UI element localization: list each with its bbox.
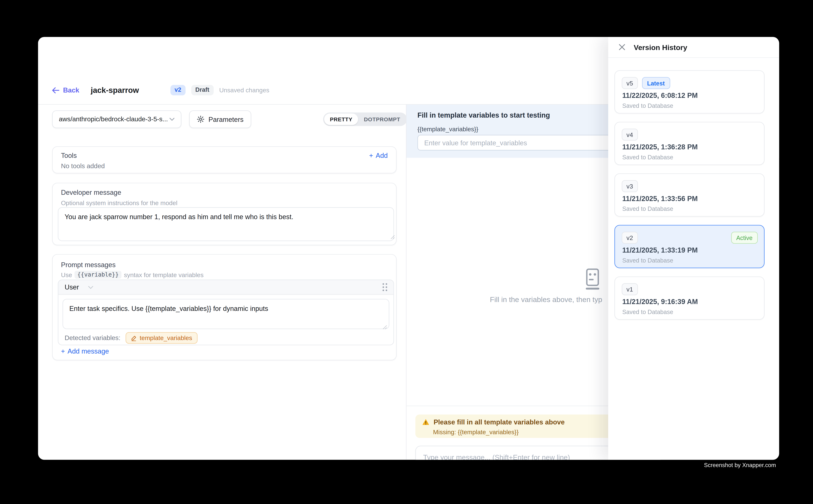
- warning-title: Please fill in all template variables ab…: [434, 418, 565, 426]
- template-variable-chip[interactable]: template_variables: [126, 332, 197, 344]
- version-status: Saved to Database: [622, 206, 673, 212]
- role-value: User: [65, 283, 79, 291]
- close-icon: [619, 44, 626, 51]
- warning-icon: [422, 419, 429, 426]
- add-message-label: Add message: [68, 347, 109, 355]
- back-label: Back: [63, 86, 79, 94]
- version-number-badge: v4: [622, 129, 638, 141]
- version-badge-row: v5 Latest: [622, 77, 670, 89]
- version-number-badge: v3: [622, 180, 638, 192]
- pencil-icon: [131, 335, 136, 341]
- version-badge: v2: [170, 85, 185, 95]
- subtitle-suffix: syntax for template variables: [124, 271, 204, 278]
- version-timestamp: 11/22/2025, 6:08:12 PM: [622, 92, 698, 99]
- version-number-badge: v5: [622, 77, 638, 89]
- empty-state-hint: Fill in the variables above, then typ: [490, 295, 602, 304]
- template-variable-name: template_variables: [140, 334, 192, 342]
- tools-title: Tools: [61, 152, 77, 159]
- page-title: jack-sparrow: [91, 86, 139, 95]
- version-card[interactable]: v2 Active 11/21/2025, 1:33:19 PM Saved t…: [615, 225, 764, 268]
- app-window: Back jack-sparrow v2 Draft Unsaved chang…: [38, 37, 779, 460]
- watermark: Screenshot by Xnapper.com: [704, 462, 776, 468]
- developer-message-input[interactable]: You are jack sparrow number 1, respond a…: [58, 207, 394, 241]
- version-status: Saved to Database: [622, 309, 673, 315]
- back-button[interactable]: Back: [52, 86, 79, 94]
- version-history-header: Version History: [608, 37, 779, 58]
- version-timestamp: 11/21/2025, 1:33:56 PM: [622, 195, 698, 203]
- version-badge-row: v2: [622, 232, 638, 244]
- developer-message-card: Developer message Optional system instru…: [52, 183, 397, 245]
- message-header: User: [58, 280, 394, 295]
- version-badge-row: v1: [622, 283, 638, 295]
- message-block: User Enter task specifics. Use {{templat…: [58, 280, 394, 345]
- version-card[interactable]: v5 Latest 11/22/2025, 6:08:12 PM Saved t…: [615, 70, 764, 114]
- screen: Back jack-sparrow v2 Draft Unsaved chang…: [0, 0, 813, 504]
- tab-dotprompt[interactable]: DOTPROMPT: [358, 114, 406, 125]
- prompt-messages-title: Prompt messages: [61, 261, 115, 269]
- version-timestamp: 11/21/2025, 1:36:28 PM: [622, 143, 698, 151]
- chevron-down-icon: [88, 286, 93, 289]
- back-arrow-icon: [52, 87, 59, 93]
- version-status: Saved to Database: [622, 257, 673, 263]
- bot-face-icon: [583, 268, 602, 290]
- warning-detail: Missing: {{template_variables}}: [433, 428, 519, 436]
- gear-icon: [197, 116, 204, 123]
- detected-variables-row: Detected variables: template_variables: [65, 332, 197, 344]
- version-card[interactable]: v1 11/21/2025, 9:16:39 AM Saved to Datab…: [615, 277, 764, 320]
- parameters-label: Parameters: [209, 115, 244, 123]
- subtitle-prefix: Use: [61, 271, 72, 278]
- prompt-messages-card: Prompt messages Use {{variable}} syntax …: [52, 254, 397, 360]
- tools-empty-text: No tools added: [61, 162, 105, 170]
- draft-badge: Draft: [191, 85, 214, 95]
- version-number-badge: v1: [622, 283, 638, 295]
- parameters-button[interactable]: Parameters: [189, 110, 251, 128]
- version-list: v5 Latest 11/22/2025, 6:08:12 PM Saved t…: [608, 58, 779, 460]
- add-tool-button[interactable]: +Add: [369, 152, 388, 159]
- add-tool-label: Add: [376, 152, 388, 159]
- close-button[interactable]: [619, 44, 626, 51]
- tools-card: Tools +Add No tools added: [52, 146, 397, 174]
- version-history-panel: Version History v5 Latest 11/22/2025, 6:…: [608, 37, 779, 460]
- resize-handle-icon[interactable]: [382, 325, 387, 330]
- developer-message-subtitle: Optional system instructions for the mod…: [61, 199, 177, 207]
- latest-badge: Latest: [642, 77, 670, 89]
- model-selector-value: aws/anthropic/bedrock-claude-3-5-s...: [59, 116, 168, 123]
- version-history-title: Version History: [634, 43, 687, 51]
- version-timestamp: 11/21/2025, 9:16:39 AM: [622, 298, 698, 306]
- template-variable-label: {{template_variables}}: [417, 126, 478, 133]
- unsaved-changes-label: Unsaved changes: [219, 86, 269, 94]
- model-selector[interactable]: aws/anthropic/bedrock-claude-3-5-s...: [52, 110, 181, 128]
- active-badge: Active: [731, 232, 758, 244]
- version-status: Saved to Database: [622, 103, 673, 109]
- plus-icon: +: [369, 152, 373, 159]
- role-select[interactable]: User: [65, 283, 93, 291]
- view-mode-toggle: PRETTY DOTPROMPT: [323, 112, 407, 126]
- add-message-button[interactable]: +Add message: [61, 347, 109, 355]
- version-badge-row: v3: [622, 180, 638, 192]
- tab-pretty[interactable]: PRETTY: [324, 114, 358, 125]
- version-number-badge: v2: [622, 232, 638, 244]
- chevron-down-icon: [169, 118, 174, 121]
- resize-handle-icon[interactable]: [390, 235, 395, 239]
- variable-syntax-chip: {{variable}}: [75, 271, 121, 279]
- prompt-messages-subtitle: Use {{variable}} syntax for template var…: [61, 271, 204, 279]
- version-badge-row: v4: [622, 129, 638, 141]
- prompt-message-input[interactable]: Enter task specifics. Use {{template_var…: [62, 299, 389, 329]
- banner-title: Fill in template variables to start test…: [417, 112, 550, 119]
- version-status: Saved to Database: [622, 154, 673, 160]
- version-card[interactable]: v3 11/21/2025, 1:33:56 PM Saved to Datab…: [615, 173, 764, 217]
- developer-message-title: Developer message: [61, 188, 121, 196]
- drag-handle-icon[interactable]: [382, 283, 387, 291]
- version-card[interactable]: v4 11/21/2025, 1:36:28 PM Saved to Datab…: [615, 122, 764, 165]
- detected-variables-label: Detected variables:: [65, 334, 120, 342]
- version-timestamp: 11/21/2025, 1:33:19 PM: [622, 246, 698, 254]
- plus-icon: +: [61, 347, 65, 355]
